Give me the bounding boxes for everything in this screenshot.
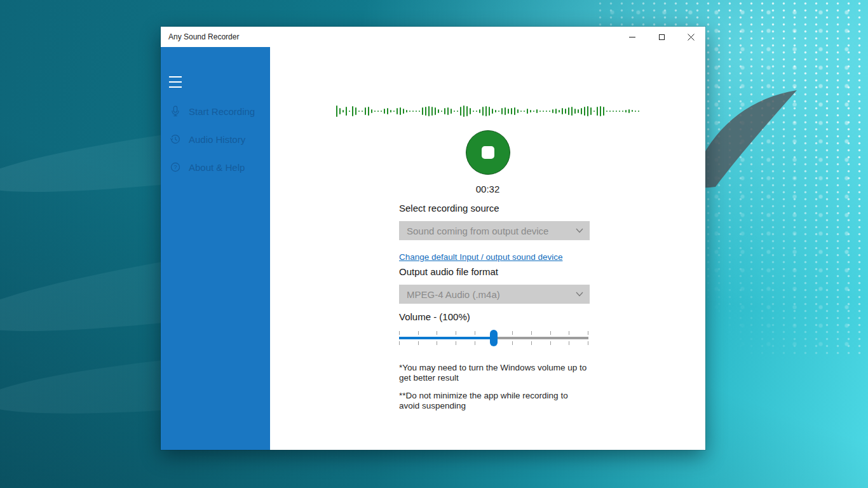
- sidebar-item-about-help[interactable]: ? About & Help: [161, 153, 270, 181]
- output-format-dropdown[interactable]: MPEG-4 Audio (.m4a): [399, 285, 590, 304]
- hamburger-menu-icon: [169, 76, 182, 78]
- volume-slider[interactable]: [399, 331, 588, 345]
- minimize-button[interactable]: [618, 27, 647, 47]
- sidebar-item-start-recording[interactable]: Start Recording: [161, 97, 270, 125]
- app-window: Any Sound Recorder: [161, 27, 705, 450]
- maximize-button[interactable]: [647, 27, 676, 47]
- title-bar: Any Sound Recorder: [161, 27, 705, 47]
- chevron-down-icon: [576, 228, 583, 233]
- microphone-icon: [170, 105, 181, 117]
- svg-text:?: ?: [173, 164, 177, 170]
- close-button[interactable]: [676, 27, 705, 47]
- waveform: [336, 102, 639, 119]
- volume-label: Volume - (100%): [399, 311, 470, 322]
- sidebar-item-audio-history[interactable]: Audio History: [161, 125, 270, 153]
- maximize-icon: [659, 34, 665, 40]
- sidebar-item-label: About & Help: [189, 162, 245, 173]
- chevron-down-icon: [576, 292, 583, 297]
- minimize-icon: [629, 37, 635, 37]
- recording-source-dropdown[interactable]: Sound coming from output device: [399, 221, 590, 240]
- sidebar: Start Recording Audio History ? Ab: [161, 47, 270, 450]
- recording-source-label: Select recording source: [399, 203, 499, 214]
- elapsed-time: 00:32: [270, 184, 705, 194]
- main-content: 00:32 Select recording source Sound comi…: [270, 47, 705, 450]
- sidebar-item-label: Audio History: [189, 134, 245, 145]
- hamburger-menu-icon: [169, 81, 182, 83]
- close-icon: [688, 34, 695, 41]
- stop-icon: [482, 146, 494, 159]
- output-format-value: MPEG-4 Audio (.m4a): [407, 289, 500, 300]
- note-minimize-hint: **Do not minimize the app while recordin…: [399, 391, 590, 412]
- hamburger-menu-button[interactable]: [167, 75, 184, 89]
- window-title: Any Sound Recorder: [161, 32, 618, 41]
- history-icon: [170, 133, 181, 145]
- output-format-label: Output audio file format: [399, 266, 498, 277]
- stop-recording-button[interactable]: [466, 130, 510, 175]
- note-volume-hint: *You may need to turn the Windows volume…: [399, 363, 590, 384]
- sidebar-item-label: Start Recording: [189, 106, 255, 117]
- sidebar-nav: Start Recording Audio History ? Ab: [161, 97, 270, 181]
- volume-slider-thumb[interactable]: [490, 330, 498, 346]
- change-device-link[interactable]: Change default Input / output sound devi…: [399, 252, 562, 262]
- hamburger-menu-icon: [169, 86, 182, 88]
- recording-source-value: Sound coming from output device: [407, 226, 548, 236]
- help-icon: ?: [170, 161, 181, 173]
